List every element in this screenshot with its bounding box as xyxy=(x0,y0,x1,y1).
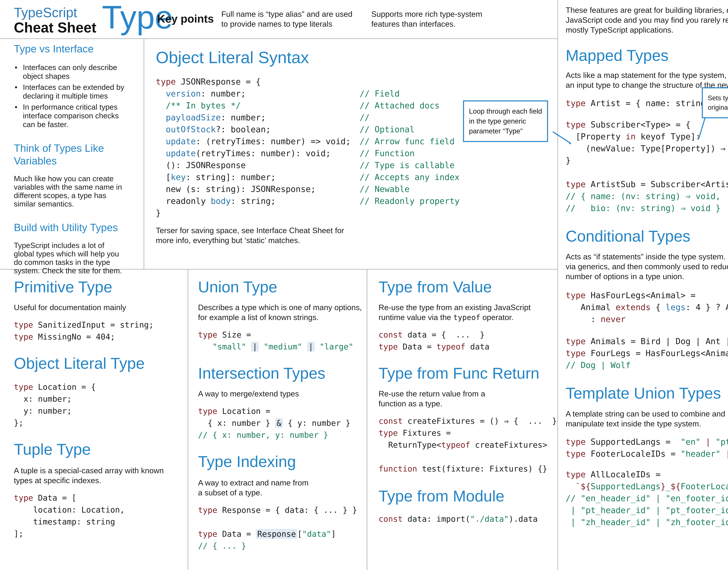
sidebar-heading-types-like-variables: Think of Types Like Variables xyxy=(14,142,142,167)
divider-col2-col3 xyxy=(367,269,367,570)
brand-cheat-sheet: Cheat Sheet xyxy=(14,20,96,35)
types-like-variables-text: Much like how you can create variables w… xyxy=(14,174,142,208)
bullet-item: Interfaces can be extended by declaring … xyxy=(23,83,142,100)
object-literal-syntax-section: Object Literal Syntax type JSONResponse … xyxy=(156,48,552,245)
template-union-code-langs: type SupportedLangs = "en" | "pt" | "zh"… xyxy=(566,436,728,460)
object-literal-syntax-code: type JSONResponse = { version: number;//… xyxy=(156,76,552,219)
intersection-types-code: type Location = { x: number } & { y: num… xyxy=(198,405,363,441)
desc-text: operator. xyxy=(480,313,514,322)
conditional-types-desc: Acts as “if statements” inside the type … xyxy=(566,252,728,281)
tuple-type-title: Tuple Type xyxy=(14,440,183,458)
divider-rightcolumn-left xyxy=(557,0,558,570)
type-from-module-code: const data: import("./data").data xyxy=(379,513,555,525)
object-literal-syntax-title: Object Literal Syntax xyxy=(156,48,552,67)
conditional-types-code-hasfourlegs: type HasFourLegs<Animal> = Animal extend… xyxy=(566,289,728,325)
type-from-func-return-desc: Re-use the return value from a function … xyxy=(379,389,555,408)
conditional-types-code-animals: type Animals = Bird | Dog | Ant | Wolf;t… xyxy=(566,335,728,371)
column-primitive: Primitive Type Useful for documentation … xyxy=(14,274,183,540)
typescript-type-cheat-sheet: TypeScript Cheat Sheet Type Key points F… xyxy=(0,0,728,570)
conditional-types-title: Conditional Types xyxy=(566,227,728,245)
right-column: These features are great for building li… xyxy=(566,0,728,528)
divider-col1-col2 xyxy=(188,269,188,570)
type-from-module-title: Type from Module xyxy=(379,487,555,505)
object-literal-type-code: type Location = { x: number; y: number;}… xyxy=(14,381,183,429)
type-from-value-desc: Re-use the type from an existing JavaScr… xyxy=(379,302,555,322)
type-from-value-title: Type from Value xyxy=(379,278,555,296)
mapped-types-desc: Acts like a map statement for the type s… xyxy=(566,70,728,90)
brand-block: TypeScript Cheat Sheet xyxy=(14,6,96,35)
template-union-types-desc: A template string can be used to combine… xyxy=(566,409,728,429)
utility-types-text: TypeScript includes a lot of global type… xyxy=(14,241,142,275)
divider-header-bottom xyxy=(0,38,557,39)
type-from-func-return-code: const createFixtures = () ⇒ { ... }type … xyxy=(379,415,555,475)
intro-note: These features are great for building li… xyxy=(566,5,728,35)
intersection-types-desc: A way to merge/extend types xyxy=(198,389,363,398)
mapped-types-code-subscriber: type Subscriber<Type> = { [Property in k… xyxy=(566,118,728,214)
mapped-types-title: Mapped Types xyxy=(566,46,728,64)
callout-sets-type-as-function: Sets type as a function with original ty… xyxy=(702,87,728,118)
brand-typescript: TypeScript xyxy=(14,6,96,19)
sidebar: Type vs Interface Interfaces can only de… xyxy=(14,42,142,275)
sidebar-heading-utility-types: Build with Utility Types xyxy=(14,221,142,234)
tuple-type-code: type Data = [ location: Location, timest… xyxy=(14,492,183,540)
bullet-item: Interfaces can only describe object shap… xyxy=(23,63,142,80)
type-indexing-desc: A way to extract and name from a subset … xyxy=(198,478,363,498)
type-indexing-title: Type Indexing xyxy=(198,453,363,471)
sidebar-heading-type-vs-interface: Type vs Interface xyxy=(14,42,142,55)
intersection-types-title: Intersection Types xyxy=(198,364,363,382)
divider-sidebar-right xyxy=(144,38,144,269)
type-vs-interface-bullets: Interfaces can only describe object shap… xyxy=(14,63,142,129)
column-type-from: Type from Value Re-use the type from an … xyxy=(379,274,555,525)
template-union-types-title: Template Union Types xyxy=(566,384,728,402)
type-from-func-return-title: Type from Func Return xyxy=(379,364,555,382)
key-point-2: Supports more rich type-system features … xyxy=(371,9,482,29)
template-union-code-alllocaleids: type AllLocaleIDs = `${SupportedLangs}_$… xyxy=(566,469,728,528)
type-from-value-code: const data = { ... }type Data = typeof d… xyxy=(379,329,555,353)
primitive-type-desc: Useful for documentation mainly xyxy=(14,302,183,312)
typeof-inline-code: typeof xyxy=(453,313,480,322)
tuple-type-desc: A tuple is a special-cased array with kn… xyxy=(14,466,183,485)
union-type-title: Union Type xyxy=(198,278,363,296)
callout-loop-through-fields: Loop through each field in the type gene… xyxy=(463,100,548,142)
type-indexing-code: type Response = { data: { ... } } type D… xyxy=(198,504,363,552)
bullet-item: In performance critical types interface … xyxy=(23,102,142,129)
primitive-type-title: Primitive Type xyxy=(14,278,183,296)
object-literal-syntax-footnote: Terser for saving space, see Interface C… xyxy=(156,225,552,245)
key-points-label: Key points xyxy=(157,12,214,25)
union-type-desc: Describes a type which is one of many op… xyxy=(198,302,363,322)
key-point-1: Full name is “type alias” and are used t… xyxy=(221,9,352,29)
column-union: Union Type Describes a type which is one… xyxy=(198,274,363,552)
primitive-type-code: type SanitizedInput = string;type Missin… xyxy=(14,319,183,343)
union-type-code: type Size = "small" | "medium" | "large" xyxy=(198,329,363,353)
object-literal-type-title: Object Literal Type xyxy=(14,354,183,372)
